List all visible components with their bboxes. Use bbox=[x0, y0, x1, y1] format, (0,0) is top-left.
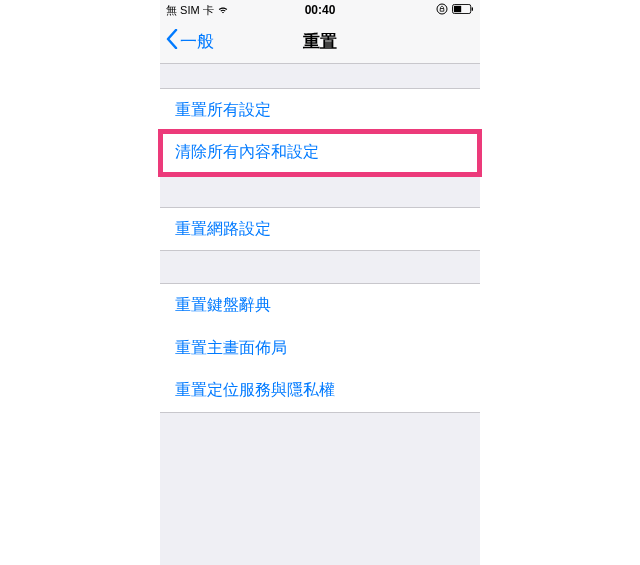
item-label: 重置鍵盤辭典 bbox=[175, 295, 271, 316]
status-left: 無 SIM 卡 bbox=[166, 3, 228, 18]
chevron-left-icon bbox=[166, 29, 180, 54]
item-label: 重置定位服務與隱私權 bbox=[175, 380, 335, 401]
reset-keyboard-dictionary[interactable]: 重置鍵盤辭典 bbox=[160, 283, 480, 327]
item-label: 重置網路設定 bbox=[175, 219, 271, 240]
svg-rect-3 bbox=[472, 7, 473, 11]
svg-rect-2 bbox=[454, 6, 461, 12]
reset-home-screen-layout[interactable]: 重置主畫面佈局 bbox=[160, 326, 480, 370]
svg-point-0 bbox=[437, 4, 447, 14]
status-right bbox=[436, 3, 474, 17]
item-label: 重置所有設定 bbox=[175, 100, 271, 121]
item-label: 清除所有內容和設定 bbox=[175, 142, 319, 163]
status-time: 00:40 bbox=[305, 3, 336, 17]
erase-all-content-and-settings[interactable]: 清除所有內容和設定 bbox=[160, 131, 480, 175]
wifi-icon bbox=[218, 4, 228, 16]
group-separator bbox=[160, 64, 480, 88]
carrier-text: 無 SIM 卡 bbox=[166, 3, 214, 18]
navigation-bar: 一般 重置 bbox=[160, 20, 480, 64]
battery-icon bbox=[452, 4, 474, 16]
back-button-label: 一般 bbox=[180, 30, 214, 53]
status-bar: 無 SIM 卡 00:40 bbox=[160, 0, 480, 20]
back-button[interactable]: 一般 bbox=[160, 29, 214, 54]
group-separator bbox=[160, 251, 480, 283]
settings-list: 重置所有設定 清除所有內容和設定 重置網路設定 重置鍵盤辭典 重置主畫面佈局 重… bbox=[160, 64, 480, 413]
orientation-lock-icon bbox=[436, 3, 448, 17]
device-frame: 無 SIM 卡 00:40 一般 重置 重置所有設定 bbox=[160, 0, 480, 565]
page-title: 重置 bbox=[303, 30, 337, 53]
reset-all-settings[interactable]: 重置所有設定 bbox=[160, 88, 480, 132]
item-label: 重置主畫面佈局 bbox=[175, 338, 287, 359]
reset-network-settings[interactable]: 重置網路設定 bbox=[160, 207, 480, 251]
group-separator bbox=[160, 175, 480, 207]
reset-location-and-privacy[interactable]: 重置定位服務與隱私權 bbox=[160, 369, 480, 413]
